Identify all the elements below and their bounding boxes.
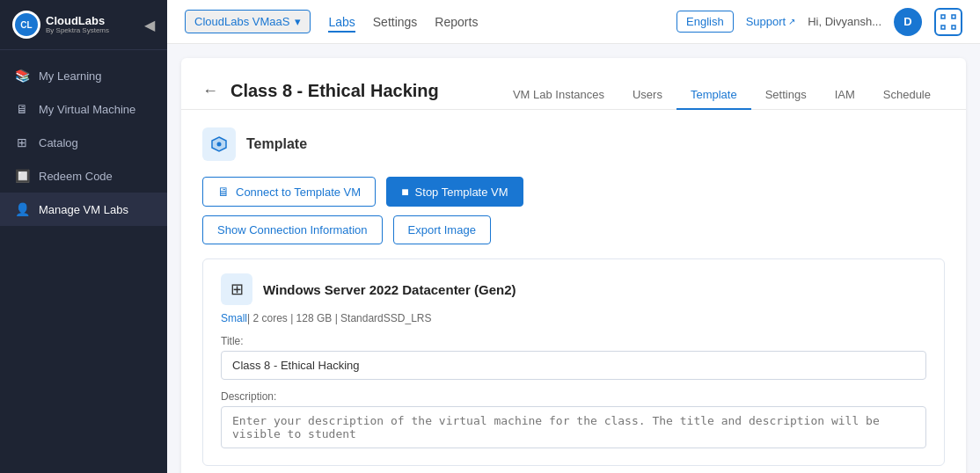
connect-template-button[interactable]: 🖥 Connect to Template VM [202,177,376,207]
manage-vm-icon: 👤 [14,201,30,217]
description-textarea[interactable] [221,406,926,448]
camera-icon[interactable] [934,8,962,36]
sidebar: CL CloudLabs By Spektra Systems ◀ 📚 My L… [0,0,167,473]
section-header: Template [202,127,945,161]
chevron-down-icon: ▾ [295,15,301,28]
show-connection-button[interactable]: Show Connection Information [202,215,383,244]
support-label: Support [746,15,786,28]
sidebar-collapse-button[interactable]: ◀ [144,17,155,33]
tab-reports[interactable]: Reports [435,11,478,33]
sidebar-item-label: Manage VM Labs [39,203,128,216]
description-label: Description: [221,390,926,403]
export-image-label: Export Image [408,223,476,236]
svg-text:CL: CL [20,20,32,30]
sidebar-item-label: Catalog [39,136,78,149]
vm-specs: Small| 2 cores | 128 GB | StandardSSD_LR… [221,312,926,324]
tab-users[interactable]: Users [618,81,676,110]
language-button[interactable]: English [676,11,734,33]
sidebar-nav: 📚 My Learning 🖥 My Virtual Machine ⊞ Cat… [0,50,167,473]
support-link[interactable]: Support ↗ [746,15,796,28]
title-input[interactable] [221,351,926,380]
svg-rect-5 [952,25,955,29]
external-link-icon: ↗ [788,17,795,26]
logo-text: CloudLabs By Spektra Systems [46,15,109,35]
sidebar-item-label: My Learning [39,69,102,83]
my-vm-icon: 🖥 [14,101,30,117]
topnav-right: English Support ↗ Hi, Divyansh... D [676,8,962,36]
svg-point-8 [217,142,222,147]
btn-row-2: Show Connection Information Export Image [202,215,945,244]
tab-schedule[interactable]: Schedule [869,81,945,110]
redeem-icon: 🔲 [14,168,30,184]
page-card: ← Class 8 - Ethical Hacking VM Lab Insta… [181,58,966,473]
tab-labs[interactable]: Labs [328,11,355,33]
my-learning-icon: 📚 [14,68,30,84]
main-content: CloudLabs VMaaS ▾ Labs Settings Reports … [167,0,980,473]
template-section: Template 🖥 Connect to Template VM ■ Stop… [181,110,966,473]
section-title: Template [246,136,307,152]
tab-template[interactable]: Template [676,81,751,110]
dropdown-label: CloudLabs VMaaS [194,15,289,28]
brand-sub: By Spektra Systems [46,26,109,35]
windows-icon: ⊞ [221,273,252,305]
sidebar-item-label: My Virtual Machine [39,103,135,116]
connect-label: Connect to Template VM [236,186,361,199]
user-greeting: Hi, Divyansh... [808,15,881,28]
stop-icon: ■ [401,185,408,199]
vm-name: Windows Server 2022 Datacenter (Gen2) [263,282,516,297]
stop-template-button[interactable]: ■ Stop Template VM [386,177,523,207]
topnav: CloudLabs VMaaS ▾ Labs Settings Reports … [167,0,980,44]
btn-row-1: 🖥 Connect to Template VM ■ Stop Template… [202,177,945,207]
sidebar-item-redeem-code[interactable]: 🔲 Redeem Code [0,159,167,193]
svg-rect-2 [941,15,945,18]
svg-rect-3 [952,15,955,18]
size-tag: Small [221,312,247,324]
page-title: Class 8 - Ethical Hacking [230,81,490,101]
vm-card: ⊞ Windows Server 2022 Datacenter (Gen2) … [202,258,945,466]
logo-icon: CL [12,11,40,39]
page-header: ← Class 8 - Ethical Hacking VM Lab Insta… [181,58,966,110]
sidebar-item-catalog[interactable]: ⊞ Catalog [0,126,167,159]
user-avatar[interactable]: D [894,8,922,36]
stop-label: Stop Template VM [415,186,508,199]
catalog-icon: ⊞ [14,135,30,150]
tab-settings[interactable]: Settings [751,81,821,110]
page-body: ← Class 8 - Ethical Hacking VM Lab Insta… [167,44,980,473]
sidebar-item-my-learning[interactable]: 📚 My Learning [0,59,167,92]
sidebar-item-my-vm[interactable]: 🖥 My Virtual Machine [0,92,167,126]
specs-text: | 2 cores | 128 GB | StandardSSD_LRS [247,312,431,324]
template-icon-box [202,127,236,161]
svg-rect-4 [941,25,945,29]
export-image-button[interactable]: Export Image [393,215,491,244]
tab-iam[interactable]: IAM [821,81,869,110]
logo-area: CL CloudLabs By Spektra Systems [12,11,109,39]
sidebar-logo: CL CloudLabs By Spektra Systems ◀ [0,0,167,50]
page-tabs: VM Lab Instances Users Template Settings… [499,81,945,109]
show-connection-label: Show Connection Information [217,223,368,236]
tab-vm-lab-instances[interactable]: VM Lab Instances [499,81,618,110]
sidebar-item-manage-vm-labs[interactable]: 👤 Manage VM Labs [0,193,167,226]
title-label: Title: [221,335,926,347]
vmaas-dropdown[interactable]: CloudLabs VMaaS ▾ [185,10,311,33]
back-button[interactable]: ← [202,82,218,100]
sidebar-item-label: Redeem Code [39,170,113,183]
vm-header: ⊞ Windows Server 2022 Datacenter (Gen2) [221,273,926,305]
tab-settings[interactable]: Settings [373,11,418,33]
brand-name: CloudLabs [46,15,109,26]
monitor-icon: 🖥 [217,185,230,199]
topnav-links: Labs Settings Reports [328,11,478,33]
